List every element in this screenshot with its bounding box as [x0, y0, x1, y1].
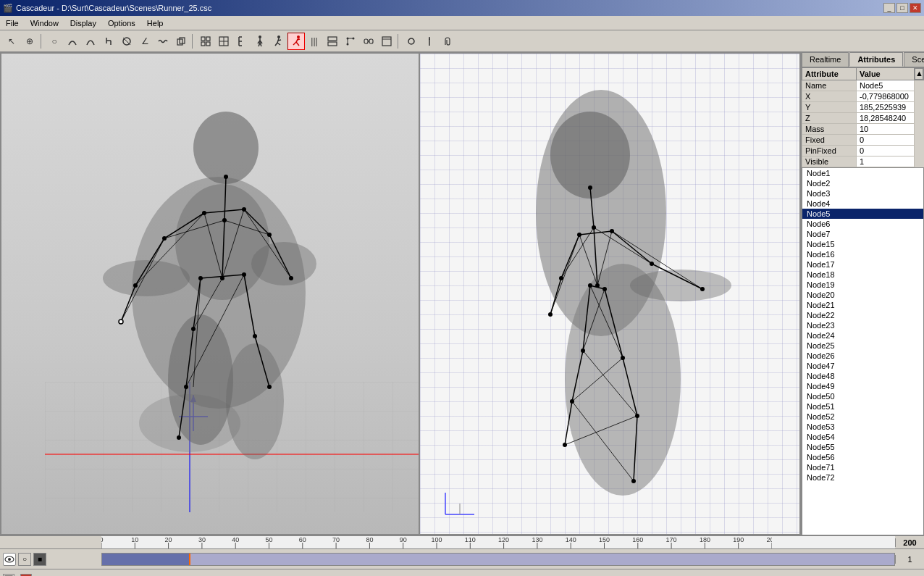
menu-file[interactable]: File	[0, 16, 25, 30]
node-item[interactable]: Node3	[802, 188, 923, 199]
node-item[interactable]: Node18	[802, 270, 923, 280]
attr-row[interactable]: X-0,779868000	[802, 91, 924, 102]
pen-tool-btn[interactable]	[421, 33, 438, 50]
node-tool-btn[interactable]	[342, 33, 359, 50]
svg-point-110	[630, 270, 731, 301]
node-item[interactable]: Node6	[802, 219, 923, 229]
node-list[interactable]: Node1Node2Node3Node4Node5Node6Node7Node1…	[802, 167, 924, 535]
loop-tool-btn[interactable]	[118, 33, 135, 50]
node-item[interactable]: Node47	[802, 361, 923, 371]
eye-button[interactable]	[3, 553, 16, 566]
clip-tool-btn[interactable]	[439, 33, 456, 50]
attr-row[interactable]: Y185,2525939	[802, 102, 924, 113]
table-tool-btn[interactable]	[215, 33, 232, 50]
menu-options[interactable]: Options	[102, 16, 141, 30]
node-item[interactable]: Node56	[802, 452, 923, 462]
statusbar-close-button[interactable]: ✕	[20, 574, 32, 577]
attr-value[interactable]: 185,2525939	[857, 102, 915, 113]
node-item[interactable]: Node71	[802, 462, 923, 472]
square-button[interactable]: ■	[33, 553, 46, 566]
node-item[interactable]: Node5	[802, 209, 923, 219]
attr-row[interactable]: Z18,28548240	[802, 113, 924, 124]
minimize-button[interactable]: _	[883, 3, 895, 13]
viewport-3d[interactable]	[0, 52, 420, 535]
menu-display[interactable]: Display	[64, 16, 102, 30]
svg-point-97	[198, 276, 203, 280]
ruler-svg: 0102030405060708090100110120130140150160…	[101, 535, 772, 548]
node-item[interactable]: Node26	[802, 351, 923, 361]
run-tool-btn[interactable]	[269, 33, 287, 50]
attr-name: Y	[802, 102, 857, 113]
sprint-tool-btn[interactable]	[287, 33, 305, 50]
circle-tool-btn[interactable]: ○	[46, 33, 63, 50]
node-item[interactable]: Node53	[802, 422, 923, 432]
node-item[interactable]: Node22	[802, 310, 923, 320]
node-item[interactable]: Node17	[802, 259, 923, 270]
attr-value[interactable]: 1	[857, 156, 915, 167]
branch-tool-btn[interactable]	[100, 33, 117, 50]
wave-tool-btn[interactable]	[154, 33, 172, 50]
curve-tool-btn[interactable]	[64, 33, 81, 50]
ruler-tool-btn[interactable]: |||	[306, 33, 323, 50]
node-item[interactable]: Node52	[802, 412, 923, 422]
tab-scenes[interactable]: Scenes	[904, 52, 924, 67]
statusbar-settings-icon[interactable]	[3, 574, 14, 577]
viewport-2d[interactable]	[420, 52, 801, 535]
maximize-button[interactable]: □	[896, 3, 908, 13]
arc-tool-btn[interactable]	[82, 33, 99, 50]
node-item[interactable]: Node15	[802, 239, 923, 249]
attr-value[interactable]: 10	[857, 124, 915, 135]
node-item[interactable]: Node48	[802, 371, 923, 381]
node-item[interactable]: Node19	[802, 280, 923, 290]
node-item[interactable]: Node54	[802, 432, 923, 442]
node-item[interactable]: Node2	[802, 178, 923, 188]
node-item[interactable]: Node20	[802, 290, 923, 300]
attr-value[interactable]: 0	[857, 146, 915, 156]
arrow-tool-btn[interactable]: ↖	[3, 33, 20, 50]
node-item[interactable]: Node23	[802, 320, 923, 330]
node-item[interactable]: Node50	[802, 391, 923, 401]
node-item[interactable]: Node21	[802, 300, 923, 310]
attr-row[interactable]: Mass10	[802, 124, 924, 135]
link-tool-btn[interactable]	[360, 33, 377, 50]
node-item[interactable]: Node1	[802, 168, 923, 178]
attr-value[interactable]: -0,779868000	[857, 91, 915, 102]
node-item[interactable]: Node25	[802, 341, 923, 351]
dot-button[interactable]: ○	[18, 553, 31, 566]
menu-window[interactable]: Window	[25, 16, 64, 30]
dot-tool-btn[interactable]	[403, 33, 420, 50]
node-item[interactable]: Node55	[802, 442, 923, 452]
frame-tool-btn[interactable]	[378, 33, 395, 50]
grid-tool-btn[interactable]	[197, 33, 214, 50]
close-button[interactable]: ✕	[910, 3, 921, 13]
node-item[interactable]: Node51	[802, 401, 923, 412]
attr-value[interactable]: 0	[857, 135, 915, 146]
svg-point-89	[202, 211, 206, 215]
bracket-tool-btn[interactable]	[233, 33, 251, 50]
attr-row[interactable]: PinFixed0	[802, 146, 924, 156]
timeline-track: ○ ■ 1	[0, 548, 924, 569]
timeline-track-bar[interactable]	[101, 553, 895, 566]
attr-row[interactable]: Fixed0	[802, 135, 924, 146]
attr-value[interactable]: Node5	[857, 80, 915, 91]
svg-point-29	[297, 36, 300, 38]
node-item[interactable]: Node16	[802, 249, 923, 259]
attr-value[interactable]: 18,28548240	[857, 113, 915, 124]
attr-row[interactable]: Visible1	[802, 156, 924, 167]
move-tool-btn[interactable]: ⊕	[21, 33, 38, 50]
angle-tool-btn[interactable]: ∠	[136, 33, 154, 50]
svg-line-31	[297, 39, 300, 40]
menu-help[interactable]: Help	[141, 16, 169, 30]
tab-realtime[interactable]: Realtime	[802, 52, 849, 67]
node-item[interactable]: Node49	[802, 381, 923, 391]
tab-attributes[interactable]: Attributes	[849, 52, 903, 67]
node-item[interactable]: Node72	[802, 472, 923, 483]
svg-point-140	[610, 229, 614, 233]
node-item[interactable]: Node4	[802, 199, 923, 209]
walk-tool-btn[interactable]	[251, 33, 269, 50]
attr-row[interactable]: NameNode5	[802, 80, 924, 91]
copy-tool-btn[interactable]	[172, 33, 190, 50]
node-item[interactable]: Node24	[802, 330, 923, 341]
node-item[interactable]: Node7	[802, 229, 923, 239]
split-tool-btn[interactable]	[324, 33, 341, 50]
